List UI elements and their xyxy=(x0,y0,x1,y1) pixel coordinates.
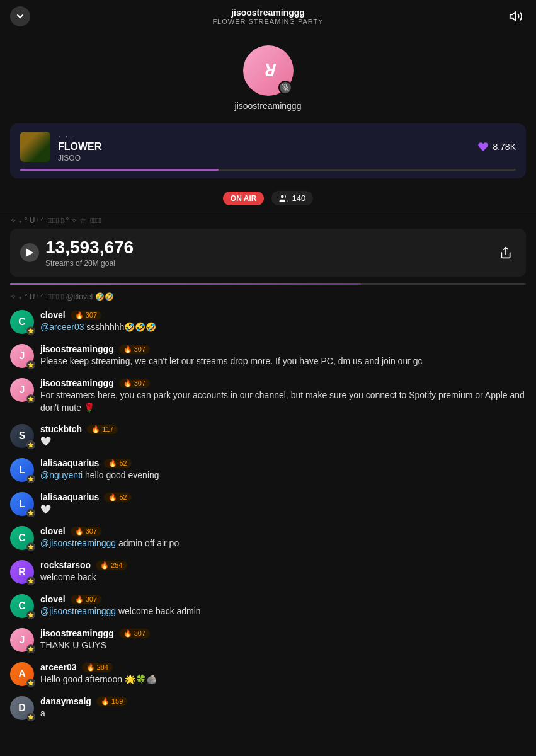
viewer-count: 140 xyxy=(292,193,305,203)
flame-count: 159 xyxy=(111,697,123,705)
chat-username: lalisaaquarius xyxy=(40,458,99,468)
chat-username: jisoostreaminggg xyxy=(40,628,114,638)
chat-content: danaymsalg 🔥 159 a xyxy=(40,696,526,720)
counter-progress-bar xyxy=(10,283,526,285)
host-avatar-container: ꓤ xyxy=(243,45,294,96)
chat-area: ✧ ₊ ° U ᵎ ᐟ ·̩̩̩͙ 𓂂 @clovel 🤣🤣 C ⭐ clove… xyxy=(0,289,536,738)
flame-icon: 🔥 xyxy=(123,345,132,353)
chat-content: stuckbtch 🔥 117 🤍 xyxy=(40,424,526,448)
status-bar: ON AIR 140 xyxy=(0,185,536,212)
chat-message: C ⭐ clovel 🔥 307 @arceer03 ssshhhhh🤣🤣🤣 xyxy=(0,305,536,339)
chat-deco: ✧ ₊ ° U ᵎ ᐟ ·̩̩̩͙ 𓂂 @clovel 🤣🤣 xyxy=(0,289,536,305)
host-name: jisoostreaminggg xyxy=(235,101,302,111)
volume-button[interactable] xyxy=(506,6,526,26)
messages-container: C ⭐ clovel 🔥 307 @arceer03 ssshhhhh🤣🤣🤣 J… xyxy=(0,305,536,725)
flame-icon: 🔥 xyxy=(75,311,84,319)
user-avatar: D ⭐ xyxy=(10,696,34,720)
star-badge: ⭐ xyxy=(26,440,35,449)
music-like[interactable]: 8.78K xyxy=(477,141,516,152)
star-badge: ⭐ xyxy=(26,474,35,483)
user-avatar: A ⭐ xyxy=(10,662,34,686)
user-avatar: L ⭐ xyxy=(10,492,34,516)
chat-header-row: clovel 🔥 307 xyxy=(40,594,526,604)
chat-header-row: danaymsalg 🔥 159 xyxy=(40,696,526,706)
chat-content: clovel 🔥 307 @arceer03 ssshhhhh🤣🤣🤣 xyxy=(40,310,526,334)
stream-goal: Streams of 20M goal xyxy=(45,259,134,268)
on-air-badge: ON AIR xyxy=(223,192,265,205)
flame-icon: 🔥 xyxy=(91,425,100,433)
chat-content: jisoostreaminggg 🔥 307 THANK U GUYS xyxy=(40,628,526,652)
chat-message: C ⭐ clovel 🔥 307 @jisoostreaminggg admin… xyxy=(0,521,536,555)
user-avatar: R ⭐ xyxy=(10,560,34,584)
counter-progress-fill xyxy=(10,283,361,285)
star-badge: ⭐ xyxy=(26,542,35,551)
chat-header-row: clovel 🔥 307 xyxy=(40,310,526,320)
chat-message: C ⭐ clovel 🔥 307 @jisoostreaminggg welco… xyxy=(0,589,536,623)
chat-message: A ⭐ arceer03 🔥 284 Hello good afternoon … xyxy=(0,657,536,691)
chat-text: For streamers here, you can park your ac… xyxy=(40,389,526,414)
star-badge: ⭐ xyxy=(26,394,35,403)
chat-text: @arceer03 ssshhhhh🤣🤣🤣 xyxy=(40,321,526,334)
svg-marker-5 xyxy=(26,248,33,257)
flame-badge: 🔥 254 xyxy=(96,561,127,570)
stream-count: 13,593,676 xyxy=(45,238,134,258)
flame-badge: 🔥 52 xyxy=(104,459,131,468)
chat-username: lalisaaquarius xyxy=(40,492,99,502)
chat-content: rockstarsoo 🔥 254 welcome back xyxy=(40,560,526,584)
chat-content: jisoostreaminggg 🔥 307 Please keep strea… xyxy=(40,344,526,368)
chat-username: clovel xyxy=(40,594,66,604)
header-title: jisoostreaminggg FLOWER STREAMING PARTY xyxy=(212,8,323,25)
share-button[interactable] xyxy=(496,243,516,263)
play-button[interactable] xyxy=(20,243,39,262)
flame-icon: 🔥 xyxy=(108,459,117,467)
music-thumbnail xyxy=(20,132,50,162)
star-badge: ⭐ xyxy=(26,508,35,517)
flame-icon: 🔥 xyxy=(108,493,117,501)
avatar-section: ꓤ jisoostreaminggg xyxy=(0,33,536,117)
star-badge: ⭐ xyxy=(26,360,35,369)
flame-count: 307 xyxy=(134,345,145,353)
chat-content: arceer03 🔥 284 Hello good afternoon 🌟🍀🪨 xyxy=(40,662,526,686)
chat-text: 🤍 xyxy=(40,435,526,448)
flame-count: 307 xyxy=(86,527,97,535)
chat-message: S ⭐ stuckbtch 🔥 117 🤍 xyxy=(0,419,536,453)
music-title: FLOWER xyxy=(58,141,470,152)
back-button[interactable] xyxy=(10,6,30,26)
chat-username: rockstarsoo xyxy=(40,560,91,570)
user-avatar: L ⭐ xyxy=(10,458,34,482)
chat-username: danaymsalg xyxy=(40,696,91,706)
chat-text: @nguyenti hello good evening xyxy=(40,469,526,482)
chat-header-row: jisoostreaminggg 🔥 307 xyxy=(40,344,526,354)
chat-message: J ⭐ jisoostreaminggg 🔥 307 THANK U GUYS xyxy=(0,623,536,657)
chat-text: @jisoostreaminggg admin off air po xyxy=(40,537,526,550)
flame-icon: 🔥 xyxy=(86,663,95,672)
user-avatar: C ⭐ xyxy=(10,526,34,550)
deco-bar: ✧ ₊ ° U ᵎ ᐟ ·̩̩̩͙ 𓂂·° ✧ ☆ ·̩̩̩͙ xyxy=(0,212,536,229)
flame-count: 307 xyxy=(86,595,97,603)
chat-text: THANK U GUYS xyxy=(40,639,526,652)
chat-content: jisoostreaminggg 🔥 307 For streamers her… xyxy=(40,378,526,414)
flame-count: 307 xyxy=(86,311,97,319)
chat-header-row: arceer03 🔥 284 xyxy=(40,662,526,672)
chat-message: J ⭐ jisoostreaminggg 🔥 307 Please keep s… xyxy=(0,339,536,373)
flame-icon: 🔥 xyxy=(123,379,132,387)
stream-counter: 13,593,676 Streams of 20M goal xyxy=(10,229,526,277)
header: jisoostreaminggg FLOWER STREAMING PARTY xyxy=(0,0,536,33)
flame-count: 52 xyxy=(119,459,127,467)
flame-badge: 🔥 284 xyxy=(82,663,113,672)
chat-message: D ⭐ danaymsalg 🔥 159 a xyxy=(0,691,536,725)
music-progress-bar xyxy=(20,169,516,171)
chat-username: arceer03 xyxy=(40,662,77,672)
chat-header-row: jisoostreaminggg 🔥 307 xyxy=(40,378,526,388)
flame-badge: 🔥 307 xyxy=(119,379,150,388)
flame-badge: 🔥 117 xyxy=(87,425,118,434)
stream-subtitle: FLOWER STREAMING PARTY xyxy=(212,18,323,25)
flame-badge: 🔥 159 xyxy=(96,697,127,706)
flame-badge: 🔥 307 xyxy=(119,629,150,638)
star-badge: ⭐ xyxy=(26,576,35,585)
chat-message: R ⭐ rockstarsoo 🔥 254 welcome back xyxy=(0,555,536,589)
user-avatar: J ⭐ xyxy=(10,378,34,402)
chat-text: 🤍 xyxy=(40,503,526,516)
chat-content: clovel 🔥 307 @jisoostreaminggg welcome b… xyxy=(40,594,526,618)
user-avatar: J ⭐ xyxy=(10,344,34,368)
